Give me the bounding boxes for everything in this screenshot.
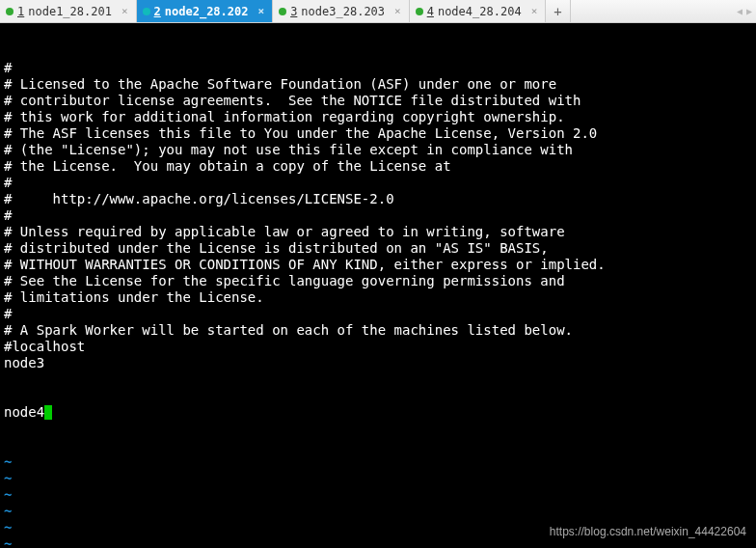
close-icon[interactable]: × bbox=[258, 5, 265, 17]
vim-empty-line: ~ bbox=[4, 503, 752, 519]
tab-node4_28-204[interactable]: 4 node4_28.204× bbox=[410, 0, 547, 22]
file-line: node4 bbox=[4, 404, 752, 421]
close-icon[interactable]: × bbox=[122, 5, 128, 17]
tab-label: node2_28.202 bbox=[165, 5, 249, 18]
tab-label: node1_28.201 bbox=[28, 5, 112, 18]
vim-empty-line: ~ bbox=[4, 470, 752, 486]
cursor bbox=[44, 405, 52, 420]
file-line: # Unless required by applicable law or a… bbox=[4, 224, 752, 240]
file-line: # A Spark Worker will be started on each… bbox=[4, 322, 752, 339]
tab-bar: 1 node1_28.201×2 node2_28.202×3 node3_28… bbox=[0, 0, 756, 23]
tab-number: 1 bbox=[17, 5, 24, 18]
file-line: # bbox=[4, 207, 752, 224]
vim-empty-line: ~ bbox=[4, 486, 752, 503]
file-line: # WITHOUT WARRANTIES OR CONDITIONS OF AN… bbox=[4, 257, 752, 273]
watermark: https://blog.csdn.net/weixin_44422604 bbox=[550, 524, 746, 540]
file-line: #localhost bbox=[4, 339, 752, 355]
tab-next-icon[interactable]: ▶ bbox=[746, 6, 752, 16]
file-line: # distributed under the License is distr… bbox=[4, 240, 752, 257]
tab-label: node4_28.204 bbox=[438, 5, 522, 18]
vim-empty-line: ~ bbox=[4, 453, 752, 470]
tab-number: 4 bbox=[427, 5, 434, 18]
file-line: # bbox=[4, 175, 752, 191]
tab-node3_28-203[interactable]: 3 node3_28.203× bbox=[273, 0, 410, 22]
status-dot-icon bbox=[6, 8, 14, 15]
terminal[interactable]: ## Licensed to the Apache Software Found… bbox=[0, 23, 756, 548]
status-dot-icon bbox=[416, 8, 423, 15]
file-line: # the License. You may obtain a copy of … bbox=[4, 158, 752, 175]
status-dot-icon bbox=[143, 8, 150, 15]
file-line: node3 bbox=[4, 355, 752, 371]
file-line: # limitations under the License. bbox=[4, 289, 752, 306]
file-line: # See the License for the specific langu… bbox=[4, 273, 752, 289]
close-icon[interactable]: × bbox=[394, 5, 401, 17]
file-line: # bbox=[4, 60, 752, 76]
file-line: # (the "License"); you may not use this … bbox=[4, 142, 752, 158]
file-line: # http://www.apache.org/licenses/LICENSE… bbox=[4, 191, 752, 207]
tab-nav: ◀ ▶ bbox=[733, 0, 756, 22]
tab-node2_28-202[interactable]: 2 node2_28.202× bbox=[137, 0, 274, 22]
tab-prev-icon[interactable]: ◀ bbox=[737, 6, 742, 16]
tab-number: 3 bbox=[290, 5, 297, 18]
tab-label: node3_28.203 bbox=[301, 5, 385, 18]
tab-node1_28-201[interactable]: 1 node1_28.201× bbox=[0, 0, 137, 22]
close-icon[interactable]: × bbox=[531, 5, 538, 17]
file-line: # Licensed to the Apache Software Founda… bbox=[4, 76, 752, 93]
status-dot-icon bbox=[279, 8, 286, 15]
file-line: # this work for additional information r… bbox=[4, 109, 752, 125]
new-tab-button[interactable]: + bbox=[546, 0, 570, 22]
file-line: # contributor license agreements. See th… bbox=[4, 93, 752, 109]
file-line: # The ASF licenses this file to You unde… bbox=[4, 125, 752, 142]
tab-number: 2 bbox=[154, 5, 161, 18]
file-line: # bbox=[4, 306, 752, 322]
